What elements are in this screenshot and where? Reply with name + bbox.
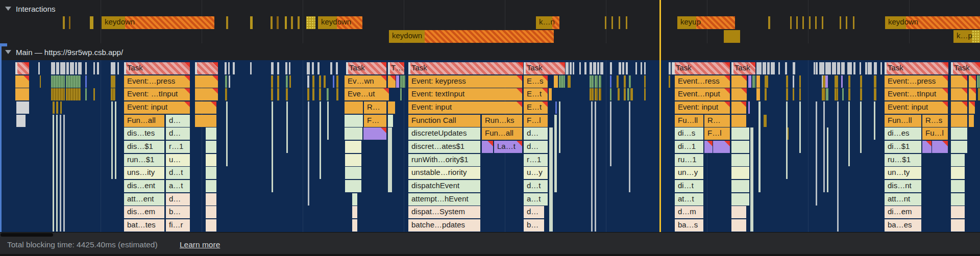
flame-bar[interactable] — [874, 75, 876, 88]
flame-bar[interactable] — [951, 167, 965, 179]
flame-bar[interactable] — [731, 167, 749, 179]
interaction-bar[interactable] — [306, 16, 315, 29]
flame-bar[interactable] — [53, 115, 54, 232]
flame-bar[interactable] — [731, 206, 746, 218]
flame-bar[interactable] — [765, 75, 768, 88]
flame-bar[interactable] — [731, 75, 747, 88]
flame-bar[interactable] — [951, 75, 967, 88]
flame-bar[interactable] — [590, 88, 594, 100]
flame-bar[interactable] — [969, 75, 976, 88]
flame-bar[interactable] — [951, 154, 965, 166]
flame-bar[interactable] — [827, 127, 828, 192]
flame-bar-d[interactable]: d… — [166, 127, 190, 140]
flame-bar-event-input[interactable]: Event: input — [675, 101, 730, 114]
flame-bar-r-1[interactable]: r…1 — [524, 154, 548, 166]
flame-bar-discret-ates$1[interactable]: discret…ates$1 — [408, 141, 480, 153]
flame-bar[interactable] — [644, 75, 646, 88]
flame-bar[interactable] — [848, 88, 850, 100]
flame-bar[interactable] — [206, 219, 216, 232]
flame-bar[interactable] — [345, 180, 361, 192]
flame-bar[interactable] — [860, 101, 862, 153]
flame-bar[interactable] — [793, 88, 794, 100]
interaction-tick[interactable] — [63, 16, 65, 29]
flame-bar-t[interactable]: T… — [388, 62, 404, 74]
interaction-tick[interactable] — [853, 16, 854, 29]
flame-bar[interactable] — [731, 141, 749, 153]
flame-bar[interactable] — [60, 115, 61, 232]
flame-bar[interactable] — [669, 75, 670, 88]
flame-bar[interactable] — [60, 101, 62, 114]
flame-bar-event-nput[interactable]: Event…nput — [675, 88, 730, 100]
flame-bar[interactable] — [874, 62, 877, 74]
interactions-track-header[interactable]: Interactions — [5, 3, 56, 14]
flame-bar[interactable] — [814, 62, 815, 74]
flame-bar[interactable] — [51, 62, 55, 74]
flame-bar[interactable] — [624, 75, 626, 88]
flame-bar[interactable] — [60, 62, 65, 74]
flame-bar[interactable] — [285, 62, 287, 74]
flame-bar[interactable] — [641, 62, 642, 74]
flame-bar[interactable] — [823, 75, 825, 88]
flame-bar-ba-es[interactable]: ba…es — [885, 219, 921, 232]
flame-bar[interactable] — [115, 101, 116, 179]
flame-bar-eve-ut[interactable]: Eve…ut — [345, 88, 389, 100]
flame-bar-a-t[interactable]: a…t — [524, 193, 548, 206]
flame-bar[interactable] — [40, 75, 41, 88]
flame-bar[interactable] — [622, 62, 624, 74]
flame-bar[interactable] — [324, 75, 326, 88]
flame-bar[interactable] — [610, 101, 611, 166]
flame-bar[interactable] — [597, 62, 599, 74]
flame-bar[interactable] — [566, 62, 569, 74]
flame-bar-event-input[interactable]: Event: input — [124, 101, 190, 114]
flame-bar[interactable] — [271, 75, 273, 88]
flame-bar[interactable] — [66, 75, 81, 88]
flame-bar[interactable] — [579, 62, 581, 74]
flame-bar[interactable] — [336, 88, 338, 100]
flame-bar-d-t[interactable]: d…t — [166, 167, 190, 179]
flame-bar[interactable] — [66, 62, 69, 74]
flame-bar-la-t[interactable]: La…t — [494, 141, 522, 153]
flame-bar[interactable] — [837, 101, 839, 232]
flame-bar[interactable] — [624, 88, 626, 100]
horizontal-scrollbar-thumb[interactable] — [1, 233, 53, 237]
flame-bar-dispat-system[interactable]: dispat…System — [408, 206, 480, 218]
flame-bar[interactable] — [765, 88, 767, 100]
flame-bar[interactable] — [352, 206, 357, 218]
flame-bar[interactable] — [554, 115, 557, 192]
flame-bar[interactable] — [336, 62, 338, 74]
flame-bar[interactable] — [756, 88, 760, 100]
flame-bar[interactable] — [549, 127, 553, 232]
flame-bar[interactable] — [835, 75, 838, 88]
flame-bar[interactable] — [312, 88, 314, 100]
flame-bar-fun-ll[interactable]: Fun…ll — [885, 115, 921, 127]
flame-bar[interactable] — [388, 115, 393, 127]
flame-bar[interactable] — [307, 62, 310, 74]
flame-bar[interactable] — [842, 88, 844, 100]
flame-bar[interactable] — [978, 88, 980, 100]
flame-bar-function-call[interactable]: Function Call — [408, 115, 480, 127]
interaction-tick[interactable] — [271, 16, 273, 29]
flame-bar[interactable] — [206, 154, 216, 166]
flame-bar[interactable] — [400, 75, 405, 88]
flame-bar-r-1[interactable]: r…1 — [166, 141, 190, 153]
flame-bar[interactable] — [771, 62, 775, 74]
flame-bar[interactable] — [396, 75, 399, 88]
flame-bar[interactable] — [629, 101, 630, 192]
interaction-keydown[interactable]: keydown — [102, 16, 214, 29]
flame-bar[interactable] — [111, 62, 115, 74]
flame-bar[interactable] — [78, 62, 82, 74]
flame-bar-f-l[interactable]: F…l — [524, 115, 548, 127]
flame-bar[interactable] — [559, 101, 560, 153]
flame-bar[interactable] — [554, 75, 558, 88]
flame-bar[interactable] — [345, 127, 362, 140]
flame-bar[interactable] — [837, 62, 840, 74]
interaction-keydown[interactable]: keydown — [389, 30, 554, 43]
flame-bar[interactable] — [225, 88, 227, 100]
flame-bar-dis-tes[interactable]: dis…tes — [124, 127, 164, 140]
flame-bar[interactable] — [595, 75, 598, 88]
interaction-tick[interactable] — [796, 16, 798, 29]
flame-bar[interactable] — [195, 62, 218, 74]
flame-bar[interactable] — [595, 88, 598, 100]
flame-bar[interactable] — [826, 75, 828, 88]
flame-bar-un-ty[interactable]: un…ty — [885, 167, 921, 179]
